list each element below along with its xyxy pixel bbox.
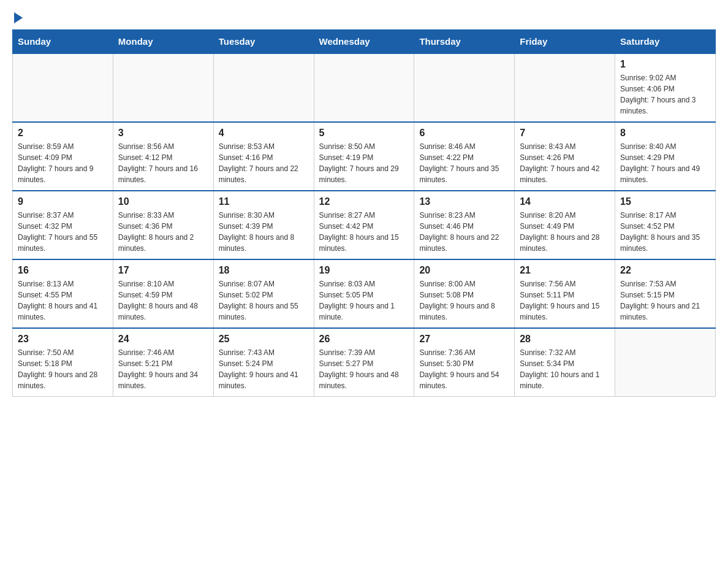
calendar-cell: 28Sunrise: 7:32 AM Sunset: 5:34 PM Dayli… — [515, 328, 615, 397]
day-number: 4 — [219, 128, 309, 139]
day-info: Sunrise: 8:56 AM Sunset: 4:12 PM Dayligh… — [118, 141, 208, 185]
calendar-cell: 14Sunrise: 8:20 AM Sunset: 4:49 PM Dayli… — [515, 191, 615, 259]
calendar-cell — [113, 53, 213, 122]
calendar-cell: 19Sunrise: 8:03 AM Sunset: 5:05 PM Dayli… — [314, 259, 414, 328]
day-number: 23 — [18, 334, 108, 345]
day-number: 9 — [18, 196, 108, 207]
day-number: 15 — [620, 196, 710, 207]
day-info: Sunrise: 7:56 AM Sunset: 5:11 PM Dayligh… — [520, 278, 610, 323]
day-info: Sunrise: 8:00 AM Sunset: 5:08 PM Dayligh… — [419, 278, 509, 323]
calendar-cell — [314, 53, 414, 122]
day-number: 13 — [419, 196, 509, 207]
day-number: 10 — [118, 196, 208, 207]
calendar-cell: 8Sunrise: 8:40 AM Sunset: 4:29 PM Daylig… — [615, 122, 716, 191]
day-info: Sunrise: 7:50 AM Sunset: 5:18 PM Dayligh… — [18, 347, 108, 391]
weekday-header-tuesday: Tuesday — [213, 30, 314, 54]
day-number: 1 — [620, 59, 710, 70]
calendar-cell: 5Sunrise: 8:50 AM Sunset: 4:19 PM Daylig… — [314, 122, 414, 191]
weekday-header-monday: Monday — [113, 30, 213, 54]
calendar-cell: 15Sunrise: 8:17 AM Sunset: 4:52 PM Dayli… — [615, 191, 716, 259]
day-number: 5 — [319, 128, 409, 139]
day-info: Sunrise: 9:02 AM Sunset: 4:06 PM Dayligh… — [620, 72, 710, 117]
day-number: 22 — [620, 265, 710, 276]
day-info: Sunrise: 7:43 AM Sunset: 5:24 PM Dayligh… — [219, 347, 309, 391]
day-number: 26 — [319, 334, 409, 345]
calendar-week-row: 2Sunrise: 8:59 AM Sunset: 4:09 PM Daylig… — [13, 122, 716, 191]
day-info: Sunrise: 8:23 AM Sunset: 4:46 PM Dayligh… — [419, 210, 509, 254]
calendar-cell: 2Sunrise: 8:59 AM Sunset: 4:09 PM Daylig… — [13, 122, 113, 191]
calendar-cell: 24Sunrise: 7:46 AM Sunset: 5:21 PM Dayli… — [113, 328, 213, 397]
calendar-cell — [515, 53, 615, 122]
day-info: Sunrise: 8:03 AM Sunset: 5:05 PM Dayligh… — [319, 278, 409, 323]
calendar-cell: 10Sunrise: 8:33 AM Sunset: 4:36 PM Dayli… — [113, 191, 213, 259]
day-info: Sunrise: 8:46 AM Sunset: 4:22 PM Dayligh… — [419, 141, 509, 185]
day-info: Sunrise: 8:10 AM Sunset: 4:59 PM Dayligh… — [118, 278, 208, 323]
day-number: 14 — [520, 196, 610, 207]
calendar-week-row: 16Sunrise: 8:13 AM Sunset: 4:55 PM Dayli… — [13, 259, 716, 328]
calendar-cell: 3Sunrise: 8:56 AM Sunset: 4:12 PM Daylig… — [113, 122, 213, 191]
day-info: Sunrise: 8:53 AM Sunset: 4:16 PM Dayligh… — [219, 141, 309, 185]
calendar-table: SundayMondayTuesdayWednesdayThursdayFrid… — [12, 29, 716, 397]
calendar-cell: 12Sunrise: 8:27 AM Sunset: 4:42 PM Dayli… — [314, 191, 414, 259]
day-number: 28 — [520, 334, 610, 345]
day-info: Sunrise: 8:50 AM Sunset: 4:19 PM Dayligh… — [319, 141, 409, 185]
day-number: 24 — [118, 334, 208, 345]
day-number: 7 — [520, 128, 610, 139]
calendar-cell: 18Sunrise: 8:07 AM Sunset: 5:02 PM Dayli… — [213, 259, 314, 328]
day-number: 17 — [118, 265, 208, 276]
day-number: 12 — [319, 196, 409, 207]
calendar-cell: 25Sunrise: 7:43 AM Sunset: 5:24 PM Dayli… — [213, 328, 314, 397]
day-info: Sunrise: 7:53 AM Sunset: 5:15 PM Dayligh… — [620, 278, 710, 323]
calendar-cell: 11Sunrise: 8:30 AM Sunset: 4:39 PM Dayli… — [213, 191, 314, 259]
calendar-cell: 4Sunrise: 8:53 AM Sunset: 4:16 PM Daylig… — [213, 122, 314, 191]
day-info: Sunrise: 8:13 AM Sunset: 4:55 PM Dayligh… — [18, 278, 108, 323]
day-number: 2 — [18, 128, 108, 139]
day-info: Sunrise: 8:59 AM Sunset: 4:09 PM Dayligh… — [18, 141, 108, 185]
day-number: 11 — [219, 196, 309, 207]
calendar-cell: 21Sunrise: 7:56 AM Sunset: 5:11 PM Dayli… — [515, 259, 615, 328]
calendar-cell — [615, 328, 716, 397]
calendar-cell — [13, 53, 113, 122]
weekday-header-sunday: Sunday — [13, 30, 113, 54]
calendar-cell: 1Sunrise: 9:02 AM Sunset: 4:06 PM Daylig… — [615, 53, 716, 122]
calendar-cell — [213, 53, 314, 122]
calendar-cell: 27Sunrise: 7:36 AM Sunset: 5:30 PM Dayli… — [414, 328, 515, 397]
calendar-week-row: 1Sunrise: 9:02 AM Sunset: 4:06 PM Daylig… — [13, 53, 716, 122]
calendar-week-row: 23Sunrise: 7:50 AM Sunset: 5:18 PM Dayli… — [13, 328, 716, 397]
day-info: Sunrise: 8:30 AM Sunset: 4:39 PM Dayligh… — [219, 210, 309, 254]
day-number: 6 — [419, 128, 509, 139]
day-info: Sunrise: 7:32 AM Sunset: 5:34 PM Dayligh… — [520, 347, 610, 391]
calendar-cell: 13Sunrise: 8:23 AM Sunset: 4:46 PM Dayli… — [414, 191, 515, 259]
day-info: Sunrise: 8:37 AM Sunset: 4:32 PM Dayligh… — [18, 210, 108, 254]
day-info: Sunrise: 8:07 AM Sunset: 5:02 PM Dayligh… — [219, 278, 309, 323]
logo — [12, 12, 23, 23]
weekday-header-wednesday: Wednesday — [314, 30, 414, 54]
calendar-cell — [414, 53, 515, 122]
calendar-week-row: 9Sunrise: 8:37 AM Sunset: 4:32 PM Daylig… — [13, 191, 716, 259]
day-number: 18 — [219, 265, 309, 276]
weekday-header-row: SundayMondayTuesdayWednesdayThursdayFrid… — [13, 30, 716, 54]
day-info: Sunrise: 8:27 AM Sunset: 4:42 PM Dayligh… — [319, 210, 409, 254]
weekday-header-saturday: Saturday — [615, 30, 716, 54]
day-info: Sunrise: 7:39 AM Sunset: 5:27 PM Dayligh… — [319, 347, 409, 391]
day-number: 27 — [419, 334, 509, 345]
weekday-header-friday: Friday — [515, 30, 615, 54]
calendar-cell: 7Sunrise: 8:43 AM Sunset: 4:26 PM Daylig… — [515, 122, 615, 191]
day-number: 21 — [520, 265, 610, 276]
day-info: Sunrise: 8:17 AM Sunset: 4:52 PM Dayligh… — [620, 210, 710, 254]
calendar-cell: 6Sunrise: 8:46 AM Sunset: 4:22 PM Daylig… — [414, 122, 515, 191]
weekday-header-thursday: Thursday — [414, 30, 515, 54]
calendar-cell: 23Sunrise: 7:50 AM Sunset: 5:18 PM Dayli… — [13, 328, 113, 397]
day-number: 16 — [18, 265, 108, 276]
day-info: Sunrise: 8:40 AM Sunset: 4:29 PM Dayligh… — [620, 141, 710, 185]
day-number: 8 — [620, 128, 710, 139]
day-info: Sunrise: 8:33 AM Sunset: 4:36 PM Dayligh… — [118, 210, 208, 254]
logo-triangle-icon — [14, 12, 23, 23]
day-info: Sunrise: 8:43 AM Sunset: 4:26 PM Dayligh… — [520, 141, 610, 185]
day-info: Sunrise: 7:36 AM Sunset: 5:30 PM Dayligh… — [419, 347, 509, 391]
day-info: Sunrise: 7:46 AM Sunset: 5:21 PM Dayligh… — [118, 347, 208, 391]
page-header — [12, 12, 716, 23]
calendar-cell: 20Sunrise: 8:00 AM Sunset: 5:08 PM Dayli… — [414, 259, 515, 328]
day-number: 3 — [118, 128, 208, 139]
day-number: 20 — [419, 265, 509, 276]
